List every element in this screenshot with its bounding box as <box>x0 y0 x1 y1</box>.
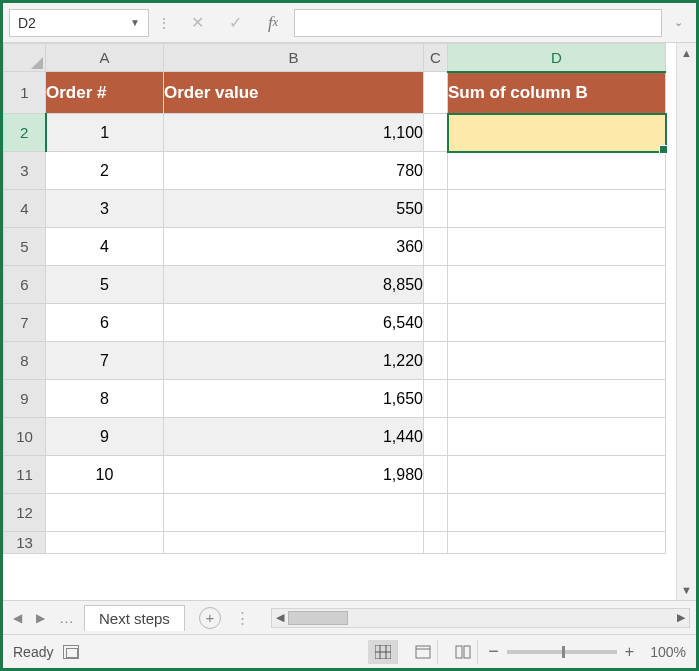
cell-C3[interactable] <box>424 152 448 190</box>
hscroll-thumb[interactable] <box>288 611 348 625</box>
cell-A8[interactable]: 7 <box>46 342 164 380</box>
cell-B8[interactable]: 1,220 <box>164 342 424 380</box>
formula-input[interactable] <box>294 9 662 37</box>
cell-C1[interactable] <box>424 72 448 114</box>
fx-button[interactable]: fx <box>256 9 290 37</box>
row-head-3[interactable]: 3 <box>4 152 46 190</box>
cell-A13[interactable] <box>46 532 164 554</box>
cell-C7[interactable] <box>424 304 448 342</box>
cell-D11[interactable] <box>448 456 666 494</box>
cell-C6[interactable] <box>424 266 448 304</box>
chevron-down-icon[interactable]: ▼ <box>130 17 140 28</box>
cell-B2[interactable]: 1,100 <box>164 114 424 152</box>
page-break-view-button[interactable] <box>448 640 478 664</box>
zoom-in-button[interactable]: + <box>625 643 634 661</box>
cell-A5[interactable]: 4 <box>46 228 164 266</box>
add-sheet-button[interactable]: + <box>199 607 221 629</box>
cell-D9[interactable] <box>448 380 666 418</box>
cell-D6[interactable] <box>448 266 666 304</box>
scroll-right-icon[interactable]: ▶ <box>677 611 685 624</box>
scroll-down-icon[interactable]: ▼ <box>681 584 692 596</box>
sheet-tab-next-steps[interactable]: Next steps <box>84 605 185 631</box>
zoom-slider-track[interactable] <box>507 650 617 654</box>
header-order-num[interactable]: Order # <box>46 72 164 114</box>
zoom-out-button[interactable]: − <box>488 641 499 662</box>
vertical-scrollbar[interactable]: ▲ ▼ <box>676 43 696 600</box>
cell-B10[interactable]: 1,440 <box>164 418 424 456</box>
cell-B11[interactable]: 1,980 <box>164 456 424 494</box>
scroll-left-icon[interactable]: ◀ <box>276 611 284 624</box>
expand-formula-button[interactable]: ⌄ <box>666 16 690 29</box>
cell-C8[interactable] <box>424 342 448 380</box>
sheet-overflow-icon[interactable]: … <box>55 609 78 626</box>
cell-A12[interactable] <box>46 494 164 532</box>
cell-D8[interactable] <box>448 342 666 380</box>
header-order-value[interactable]: Order value <box>164 72 424 114</box>
zoom-slider-thumb[interactable] <box>562 646 565 658</box>
drag-handle-icon[interactable]: ⋮ <box>153 15 176 31</box>
cell-A6[interactable]: 5 <box>46 266 164 304</box>
cell-D13[interactable] <box>448 532 666 554</box>
cell-A10[interactable]: 9 <box>46 418 164 456</box>
cell-D4[interactable] <box>448 190 666 228</box>
row-head-12[interactable]: 12 <box>4 494 46 532</box>
cell-B4[interactable]: 550 <box>164 190 424 228</box>
row-head-4[interactable]: 4 <box>4 190 46 228</box>
cell-A2[interactable]: 1 <box>46 114 164 152</box>
name-box[interactable]: D2 ▼ <box>9 9 149 37</box>
cell-C9[interactable] <box>424 380 448 418</box>
row-head-9[interactable]: 9 <box>4 380 46 418</box>
cell-C5[interactable] <box>424 228 448 266</box>
cell-C2[interactable] <box>424 114 448 152</box>
row-head-1[interactable]: 1 <box>4 72 46 114</box>
macro-record-icon[interactable] <box>63 645 79 659</box>
row-head-8[interactable]: 8 <box>4 342 46 380</box>
cell-D2-selected[interactable] <box>448 114 666 152</box>
cell-A4[interactable]: 3 <box>46 190 164 228</box>
scroll-up-icon[interactable]: ▲ <box>681 47 692 59</box>
cell-A9[interactable]: 8 <box>46 380 164 418</box>
col-head-A[interactable]: A <box>46 44 164 72</box>
cell-D7[interactable] <box>448 304 666 342</box>
cell-C13[interactable] <box>424 532 448 554</box>
row-head-11[interactable]: 11 <box>4 456 46 494</box>
cell-A3[interactable]: 2 <box>46 152 164 190</box>
row-head-10[interactable]: 10 <box>4 418 46 456</box>
cell-C12[interactable] <box>424 494 448 532</box>
cell-B7[interactable]: 6,540 <box>164 304 424 342</box>
row-head-5[interactable]: 5 <box>4 228 46 266</box>
zoom-level[interactable]: 100% <box>650 644 686 660</box>
tab-split-handle-icon[interactable]: ⋮ <box>235 609 251 627</box>
cell-B13[interactable] <box>164 532 424 554</box>
page-layout-view-button[interactable] <box>408 640 438 664</box>
svg-rect-4 <box>416 646 430 658</box>
col-head-C[interactable]: C <box>424 44 448 72</box>
cell-B6[interactable]: 8,850 <box>164 266 424 304</box>
spreadsheet-grid[interactable]: A B C D 1 Order # Order value Sum of col… <box>3 43 667 554</box>
horizontal-scrollbar[interactable]: ◀ ▶ <box>271 608 690 628</box>
select-all-corner[interactable] <box>4 44 46 72</box>
col-head-D[interactable]: D <box>448 44 666 72</box>
cell-D3[interactable] <box>448 152 666 190</box>
cell-D5[interactable] <box>448 228 666 266</box>
row-head-7[interactable]: 7 <box>4 304 46 342</box>
row-head-13[interactable]: 13 <box>4 532 46 554</box>
cell-B5[interactable]: 360 <box>164 228 424 266</box>
sheet-nav-next-icon[interactable]: ▶ <box>32 611 49 625</box>
cell-C10[interactable] <box>424 418 448 456</box>
cell-A11[interactable]: 10 <box>46 456 164 494</box>
row-head-6[interactable]: 6 <box>4 266 46 304</box>
cell-A7[interactable]: 6 <box>46 304 164 342</box>
header-sum-col-b[interactable]: Sum of column B <box>448 72 666 114</box>
cell-B3[interactable]: 780 <box>164 152 424 190</box>
sheet-nav-prev-icon[interactable]: ◀ <box>9 611 26 625</box>
cell-B9[interactable]: 1,650 <box>164 380 424 418</box>
row-head-2[interactable]: 2 <box>4 114 46 152</box>
normal-view-button[interactable] <box>368 640 398 664</box>
cell-D12[interactable] <box>448 494 666 532</box>
cell-D10[interactable] <box>448 418 666 456</box>
cell-C11[interactable] <box>424 456 448 494</box>
col-head-B[interactable]: B <box>164 44 424 72</box>
cell-C4[interactable] <box>424 190 448 228</box>
cell-B12[interactable] <box>164 494 424 532</box>
